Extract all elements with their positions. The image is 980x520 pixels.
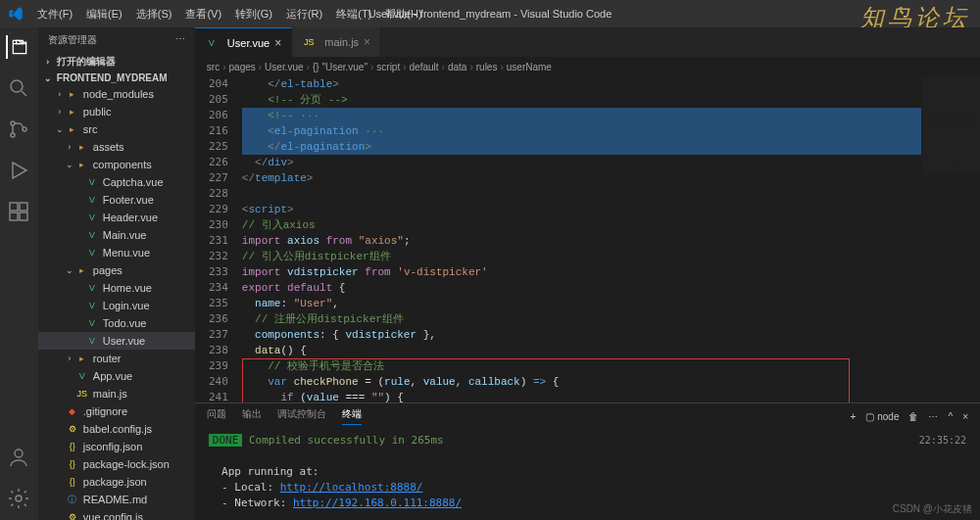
breadcrumb-item[interactable]: userName (507, 62, 552, 72)
close-tab-icon[interactable]: × (364, 35, 370, 49)
breadcrumb-item[interactable]: pages (229, 62, 256, 72)
file-label: src (83, 121, 98, 137)
file-label: package.json (83, 474, 147, 490)
file-label: public (83, 104, 112, 119)
account-icon[interactable] (7, 446, 30, 469)
menu-item[interactable]: 编辑(E) (80, 4, 128, 24)
tree-item[interactable]: ⚙vue.config.js (38, 508, 195, 520)
file-label: Footer.vue (103, 192, 154, 208)
run-debug-icon[interactable] (7, 159, 30, 182)
tree-item[interactable]: ⌄▸src (38, 120, 195, 138)
file-label: Captcha.vue (103, 174, 164, 190)
breadcrumb-item[interactable]: default (410, 62, 439, 72)
panel: 问题输出调试控制台终端 + ▢ node 🗑 ⋯ ^ × DONE Compil… (195, 402, 980, 520)
new-terminal-icon[interactable]: + (851, 411, 857, 422)
panel-tab[interactable]: 输出 (242, 407, 262, 425)
tree-item[interactable]: JSmain.js (38, 385, 195, 402)
tree-item[interactable]: ›▸assets (38, 138, 195, 156)
tree-item[interactable]: ›▸node_modules (38, 85, 195, 103)
tree-item[interactable]: VLogin.vue (38, 297, 195, 314)
file-label: node_modules (83, 86, 154, 102)
tree-item[interactable]: VHeader.vue (38, 209, 195, 226)
extensions-icon[interactable] (7, 200, 30, 223)
breadcrumb-item[interactable]: rules (476, 62, 498, 72)
js-icon: ⚙ (66, 510, 79, 520)
file-label: main.js (93, 386, 127, 402)
tree-item[interactable]: ›▸router (38, 350, 195, 367)
breadcrumb-item[interactable]: src (207, 62, 220, 72)
breadcrumb-item[interactable]: data (448, 62, 466, 72)
tree-item[interactable]: VApp.vue (38, 367, 195, 385)
folder-icon: ▸ (66, 105, 79, 118)
tree-item[interactable]: VTodo.vue (38, 314, 195, 332)
tree-item[interactable]: ◆.gitignore (38, 402, 195, 420)
menu-item[interactable]: 运行(R) (280, 4, 328, 24)
close-tab-icon[interactable]: × (274, 36, 281, 50)
tree-item[interactable]: VFooter.vue (38, 191, 195, 209)
file-label: router (93, 351, 122, 366)
settings-gear-icon[interactable] (7, 487, 30, 510)
file-tree: ›▸node_modules›▸public⌄▸src›▸assets⌄▸com… (38, 85, 195, 520)
panel-tab[interactable]: 问题 (207, 407, 226, 425)
panel-tab[interactable]: 调试控制台 (277, 407, 326, 425)
folder-icon: ▸ (75, 352, 89, 365)
minimap[interactable] (921, 76, 980, 402)
menu-item[interactable]: 选择(S) (130, 4, 178, 24)
terminal-dropdown[interactable]: ▢ node (865, 411, 899, 422)
explorer-icon[interactable] (6, 35, 29, 59)
code-editor[interactable]: 2042052062162252262272282292302312322332… (195, 76, 980, 402)
tree-item[interactable]: {}jsconfig.json (38, 438, 195, 455)
svg-point-1 (11, 121, 15, 125)
search-icon[interactable] (7, 76, 30, 100)
tree-item[interactable]: ⌄▸components (38, 156, 195, 173)
menu-item[interactable]: 文件(F) (31, 4, 78, 24)
breadcrumb-item[interactable]: {} "User.vue" (313, 62, 368, 72)
terminal-output[interactable]: DONE Compiled successfully in 265ms22:35… (195, 429, 980, 520)
editor-tab[interactable]: JSmain.js× (292, 27, 381, 57)
menu-item[interactable]: 转到(G) (229, 4, 278, 24)
vue-icon: V (85, 316, 99, 330)
vue-icon: V (85, 334, 99, 348)
panel-tab[interactable]: 终端 (342, 407, 362, 425)
close-panel-icon[interactable]: × (962, 411, 968, 422)
file-label: .gitignore (83, 403, 127, 419)
file-label: User.vue (103, 333, 145, 349)
svg-point-9 (16, 496, 22, 501)
tree-item[interactable]: VCaptcha.vue (38, 173, 195, 191)
csdn-watermark: CSDN @小花皮猪 (893, 502, 972, 516)
svg-point-2 (11, 133, 15, 137)
tree-item[interactable]: VUser.vue (38, 332, 195, 350)
panel-actions: + ▢ node 🗑 ⋯ ^ × (851, 411, 968, 422)
vue-icon: V (85, 193, 99, 207)
source-control-icon[interactable] (7, 118, 30, 141)
file-label: Todo.vue (103, 315, 147, 331)
breadcrumb-item[interactable]: script (376, 62, 400, 72)
folder-icon: ▸ (75, 158, 89, 171)
tree-item[interactable]: ⌄▸pages (38, 261, 195, 279)
menu-item[interactable]: 查看(V) (179, 4, 227, 24)
code-content[interactable]: </el-table> <!-- 分页 --> <!-- ··· <el-pag… (242, 76, 921, 402)
breadcrumb[interactable]: src›pages›User.vue›{} "User.vue"›script›… (195, 57, 980, 76)
json-icon: {} (66, 475, 79, 489)
more-icon[interactable]: ⋯ (175, 33, 185, 47)
tree-item[interactable]: VHome.vue (38, 279, 195, 297)
tree-item[interactable]: VMain.vue (38, 226, 195, 244)
maximize-icon[interactable]: ^ (948, 411, 953, 422)
svg-rect-7 (20, 213, 27, 220)
tree-item[interactable]: ⓘREADME.md (38, 491, 195, 508)
file-label: package-lock.json (83, 456, 170, 472)
trash-icon[interactable]: 🗑 (908, 411, 918, 422)
editor-tab[interactable]: VUser.vue× (195, 27, 292, 57)
tree-item[interactable]: VMenu.vue (38, 244, 195, 261)
project-section[interactable]: ⌄FRONTEND_MYDREAM (38, 71, 195, 85)
tree-item[interactable]: {}package-lock.json (38, 455, 195, 473)
folder-icon: ▸ (75, 263, 89, 277)
tree-item[interactable]: ›▸public (38, 103, 195, 120)
vue-icon: V (85, 211, 99, 224)
breadcrumb-item[interactable]: User.vue (265, 62, 303, 72)
open-editors-section[interactable]: ›打开的编辑器 (38, 53, 195, 71)
tree-item[interactable]: ⚙babel.config.js (38, 420, 195, 438)
file-label: pages (93, 262, 122, 278)
more-icon[interactable]: ⋯ (928, 411, 938, 422)
tree-item[interactable]: {}package.json (38, 473, 195, 491)
